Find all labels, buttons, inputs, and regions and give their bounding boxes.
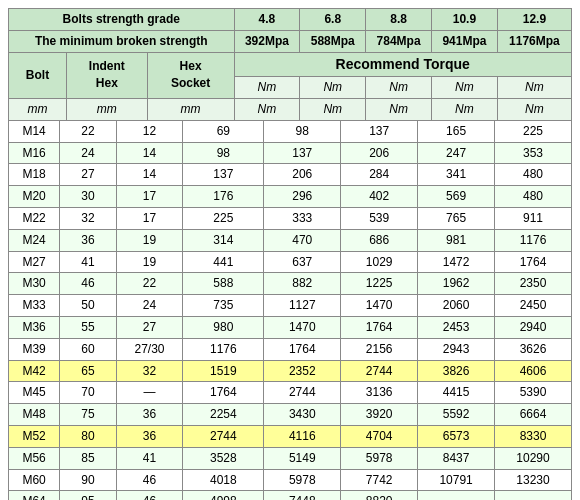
- indent-hex-cell: 32: [60, 207, 116, 229]
- v68-cell: 333: [264, 207, 341, 229]
- grade-68: 6.8: [300, 9, 366, 31]
- v48-cell: 980: [183, 316, 264, 338]
- v88-cell: 2744: [341, 360, 418, 382]
- v109-cell: 341: [418, 164, 495, 186]
- bolt-cell: M48: [9, 404, 60, 426]
- v109-cell: 1962: [418, 273, 495, 295]
- unit-nm-col3: Nm: [366, 98, 432, 120]
- v129-cell: 13230: [495, 469, 572, 491]
- v129-cell: [495, 491, 572, 500]
- v68-cell: 1764: [264, 338, 341, 360]
- v109-cell: 2453: [418, 316, 495, 338]
- indent-hex-cell: 85: [60, 447, 116, 469]
- v68-cell: 2352: [264, 360, 341, 382]
- unit-nm-5: Nm: [497, 77, 571, 99]
- indent-hex-cell: 60: [60, 338, 116, 360]
- v48-cell: 441: [183, 251, 264, 273]
- strength-label: The minimum broken strength: [9, 30, 235, 52]
- strength-48: 392Mpa: [234, 30, 300, 52]
- bolt-cell: M18: [9, 164, 60, 186]
- hex-socket-col-header: HexSocket: [147, 52, 234, 98]
- table-row: M56 85 41 3528 5149 5978 8437 10290: [9, 447, 572, 469]
- unit-mm-indent: mm: [66, 98, 147, 120]
- v68-cell: 3430: [264, 404, 341, 426]
- v48-cell: 69: [183, 120, 264, 142]
- unit-nm-col2: Nm: [300, 98, 366, 120]
- unit-nm-1: Nm: [234, 77, 300, 99]
- v109-cell: 10791: [418, 469, 495, 491]
- v129-cell: 480: [495, 186, 572, 208]
- v68-cell: 1127: [264, 295, 341, 317]
- v88-cell: 8820: [341, 491, 418, 500]
- table-row: M60 90 46 4018 5978 7742 10791 13230: [9, 469, 572, 491]
- v88-cell: 402: [341, 186, 418, 208]
- v88-cell: 284: [341, 164, 418, 186]
- indent-hex-cell: 30: [60, 186, 116, 208]
- table-row: M22 32 17 225 333 539 765 911: [9, 207, 572, 229]
- indent-hex-cell: 80: [60, 425, 116, 447]
- v48-cell: 588: [183, 273, 264, 295]
- bolt-cell: M60: [9, 469, 60, 491]
- hex-socket-cell: 19: [116, 251, 183, 273]
- data-table: M14 22 12 69 98 137 165 225 M16 24 14 98…: [8, 120, 572, 500]
- v109-cell: 5592: [418, 404, 495, 426]
- table-row: M42 65 32 1519 2352 2744 3826 4606: [9, 360, 572, 382]
- v68-cell: 5978: [264, 469, 341, 491]
- bolt-cell: M24: [9, 229, 60, 251]
- v48-cell: 3528: [183, 447, 264, 469]
- unit-nm-col5: Nm: [497, 98, 571, 120]
- strength-68: 588Mpa: [300, 30, 366, 52]
- indent-hex-cell: 55: [60, 316, 116, 338]
- table-row: M30 46 22 588 882 1225 1962 2350: [9, 273, 572, 295]
- unit-mm-hex: mm: [147, 98, 234, 120]
- v109-cell: 3826: [418, 360, 495, 382]
- v88-cell: 1764: [341, 316, 418, 338]
- bolt-cell: M22: [9, 207, 60, 229]
- v48-cell: 2254: [183, 404, 264, 426]
- v48-cell: 1176: [183, 338, 264, 360]
- indent-hex-cell: 50: [60, 295, 116, 317]
- table-row: M18 27 14 137 206 284 341 480: [9, 164, 572, 186]
- indent-hex-cell: 27: [60, 164, 116, 186]
- v129-cell: 911: [495, 207, 572, 229]
- v88-cell: 206: [341, 142, 418, 164]
- v68-cell: 2744: [264, 382, 341, 404]
- bolt-cell: M56: [9, 447, 60, 469]
- v129-cell: 225: [495, 120, 572, 142]
- bolt-cell: M27: [9, 251, 60, 273]
- v88-cell: 7742: [341, 469, 418, 491]
- indent-hex-col-header: IndentHex: [66, 52, 147, 98]
- v88-cell: 5978: [341, 447, 418, 469]
- bolt-cell: M20: [9, 186, 60, 208]
- v48-cell: 4998: [183, 491, 264, 500]
- v48-cell: 1519: [183, 360, 264, 382]
- hex-socket-cell: 27/30: [116, 338, 183, 360]
- v129-cell: 5390: [495, 382, 572, 404]
- v88-cell: 539: [341, 207, 418, 229]
- v129-cell: 1176: [495, 229, 572, 251]
- v68-cell: 98: [264, 120, 341, 142]
- strength-109: 941Mpa: [432, 30, 498, 52]
- hex-socket-cell: —: [116, 382, 183, 404]
- v68-cell: 137: [264, 142, 341, 164]
- table-row: M33 50 24 735 1127 1470 2060 2450: [9, 295, 572, 317]
- unit-nm-col4: Nm: [432, 98, 498, 120]
- v48-cell: 314: [183, 229, 264, 251]
- hex-socket-cell: 46: [116, 469, 183, 491]
- v48-cell: 98: [183, 142, 264, 164]
- indent-hex-cell: 65: [60, 360, 116, 382]
- bolt-cell: M16: [9, 142, 60, 164]
- v88-cell: 1470: [341, 295, 418, 317]
- hex-socket-cell: 24: [116, 295, 183, 317]
- bolt-cell: M30: [9, 273, 60, 295]
- v48-cell: 176: [183, 186, 264, 208]
- v109-cell: 981: [418, 229, 495, 251]
- hex-socket-cell: 12: [116, 120, 183, 142]
- v68-cell: 1470: [264, 316, 341, 338]
- v109-cell: 765: [418, 207, 495, 229]
- unit-nm-col1: Nm: [234, 98, 300, 120]
- v109-cell: [418, 491, 495, 500]
- hex-socket-cell: 14: [116, 142, 183, 164]
- v109-cell: 165: [418, 120, 495, 142]
- grade-48: 4.8: [234, 9, 300, 31]
